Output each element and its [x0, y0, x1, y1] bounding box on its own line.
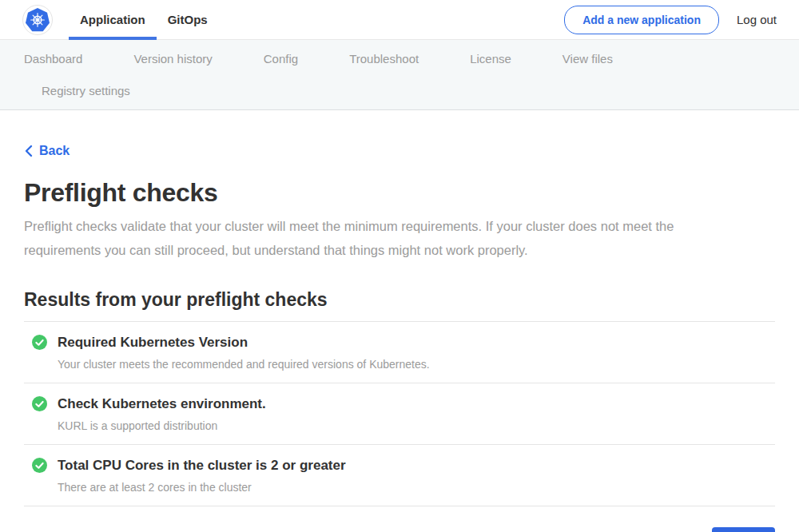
tab-application[interactable]: Application — [69, 0, 157, 40]
subnav-item-registry-settings[interactable]: Registry settings — [42, 82, 130, 100]
secondary-nav: Dashboard Version history Config Trouble… — [0, 40, 799, 110]
success-check-icon — [32, 458, 47, 473]
page-description: Preflight checks validate that your clus… — [24, 214, 751, 262]
back-link-label: Back — [39, 144, 70, 158]
footer-actions: Re-run — [24, 527, 775, 532]
kubernetes-logo-icon — [22, 5, 53, 35]
subnav-row-2: Registry settings — [42, 82, 775, 100]
back-link[interactable]: Back — [24, 144, 70, 158]
check-message: Your cluster meets the recommended and r… — [58, 356, 430, 372]
subnav-item-license[interactable]: License — [470, 50, 511, 68]
tab-application-label: Application — [80, 13, 145, 26]
check-body: Required Kubernetes Version Your cluster… — [58, 333, 430, 372]
subnav-item-dashboard[interactable]: Dashboard — [24, 50, 82, 68]
add-application-button[interactable]: Add a new application — [564, 6, 719, 34]
check-body: Check Kubernetes environment. KURL is a … — [58, 395, 266, 434]
preflight-results-list: Required Kubernetes Version Your cluster… — [24, 321, 775, 506]
check-title: Check Kubernetes environment. — [58, 395, 266, 414]
chevron-left-icon — [24, 145, 33, 157]
preflight-check-row: Required Kubernetes Version Your cluster… — [24, 322, 775, 383]
subnav-item-view-files[interactable]: View files — [562, 50, 613, 68]
logout-link[interactable]: Log out — [737, 13, 777, 26]
subnav-item-version-history[interactable]: Version history — [133, 50, 212, 68]
check-title: Total CPU Cores in the cluster is 2 or g… — [58, 456, 346, 475]
tab-gitops-label: GitOps — [168, 13, 208, 26]
success-check-icon — [32, 396, 47, 411]
main-nav: Application GitOps Add a new application… — [0, 0, 799, 40]
page-title: Preflight checks — [24, 178, 775, 208]
preflight-check-row: Total CPU Cores in the cluster is 2 or g… — [24, 445, 775, 506]
check-body: Total CPU Cores in the cluster is 2 or g… — [58, 456, 346, 495]
check-title: Required Kubernetes Version — [58, 333, 430, 352]
results-heading: Results from your preflight checks — [24, 289, 775, 311]
primary-tabs: Application GitOps — [69, 0, 219, 40]
check-message: There are at least 2 cores in the cluste… — [58, 479, 346, 495]
tab-gitops[interactable]: GitOps — [157, 0, 219, 40]
subnav-item-config[interactable]: Config — [264, 50, 298, 68]
rerun-button[interactable]: Re-run — [712, 527, 775, 532]
subnav-row-1: Dashboard Version history Config Trouble… — [24, 50, 775, 68]
subnav-item-troubleshoot[interactable]: Troubleshoot — [349, 50, 419, 68]
preflight-check-row: Check Kubernetes environment. KURL is a … — [24, 383, 775, 445]
page-content: Back Preflight checks Preflight checks v… — [0, 110, 799, 532]
success-check-icon — [32, 335, 47, 350]
check-message: KURL is a supported distribution — [58, 418, 266, 434]
